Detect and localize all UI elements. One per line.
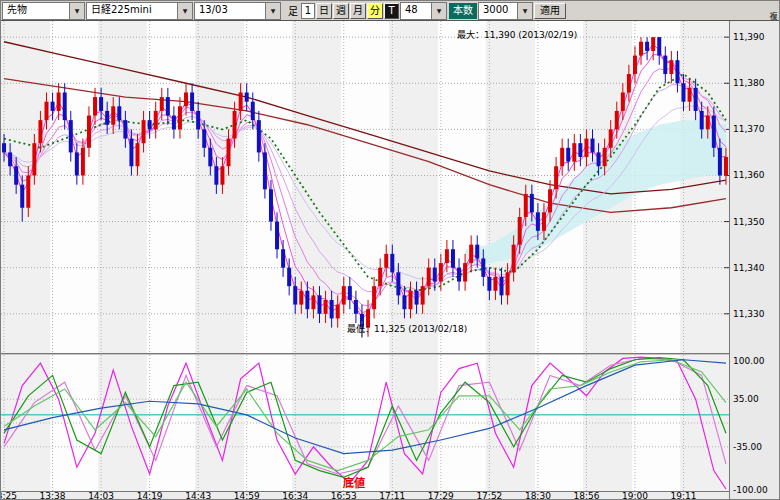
bars-count-label: 本数	[449, 3, 477, 19]
time-axis-label: 14:03	[84, 491, 118, 500]
price-axis-label: 11,390	[733, 32, 765, 42]
tick-interval-select[interactable]: 48 ▼	[400, 2, 447, 20]
bars-count-select[interactable]: 3000 ▼	[478, 2, 533, 20]
price-axis-label: 11,340	[733, 263, 765, 273]
contract-month-value: 13/03	[195, 3, 265, 19]
osc-axis-label: -35.00	[733, 442, 762, 452]
min-price-annotation: 最低：11,325 (2013/02/18)	[347, 322, 467, 335]
ashi-label: 足	[288, 3, 298, 18]
period-minute-button[interactable]: 分	[367, 3, 383, 19]
max-price-annotation: 最大：11,390 (2013/02/19)	[457, 28, 577, 41]
apply-button[interactable]: 適用	[534, 3, 566, 19]
oscillator-plot[interactable]	[1, 355, 729, 491]
time-axis-label: 16:34	[278, 491, 312, 500]
time-axis-label: 17:52	[472, 491, 506, 500]
time-axis-label: 14:43	[181, 491, 215, 500]
osc-axis-label: 100.00	[733, 356, 765, 366]
tick-interval-value: 48	[401, 3, 431, 19]
period-week-button[interactable]: 週	[333, 3, 349, 19]
time-axis-label: 13:25	[0, 491, 21, 500]
time-axis-label: 14:59	[230, 491, 264, 500]
time-axis-label: 17:29	[424, 491, 458, 500]
interval-number-box[interactable]: 1	[301, 3, 315, 19]
chart-area: 最大：11,390 (2013/02/19) 最低：11,325 (2013/0…	[1, 20, 779, 500]
chevron-down-icon[interactable]: ▼	[177, 3, 192, 19]
chevron-down-icon[interactable]: ▼	[265, 3, 280, 19]
chevron-down-icon[interactable]: ▼	[517, 3, 532, 19]
time-axis-label: 17:11	[375, 491, 409, 500]
osc-axis-label: -100.00	[733, 485, 768, 495]
time-axis-label: 19:11	[667, 491, 701, 500]
price-axis-strip	[729, 21, 779, 500]
chevron-down-icon[interactable]: ▼	[431, 3, 446, 19]
instrument-select[interactable]: 日経225mini ▼	[86, 2, 193, 20]
time-axis-label: 19:00	[618, 491, 652, 500]
instrument-type-select[interactable]: 先物 ▼	[2, 2, 85, 20]
price-chart-plot[interactable]	[1, 21, 729, 353]
period-month-button[interactable]: 月	[350, 3, 366, 19]
instrument-value: 日経225mini	[87, 3, 177, 19]
bars-count-value: 3000	[479, 3, 517, 19]
price-axis-label: 11,350	[733, 217, 765, 227]
price-axis-label: 11,360	[733, 170, 765, 180]
time-axis-label: 13:38	[36, 491, 70, 500]
toolbar: 先物 ▼ 日経225mini ▼ 13/03 ▼ 足 1 日 週 月 分 T 4…	[1, 1, 779, 20]
time-axis-label: 14:19	[133, 491, 167, 500]
period-day-button[interactable]: 日	[316, 3, 332, 19]
contract-month-select[interactable]: 13/03 ▼	[194, 2, 281, 20]
price-axis-label: 11,370	[733, 124, 765, 134]
tick-mode-button[interactable]: T	[384, 3, 399, 19]
chevron-down-icon[interactable]: ▼	[69, 3, 84, 19]
chart-application-window: 先物 ▼ 日経225mini ▼ 13/03 ▼ 足 1 日 週 月 分 T 4…	[0, 0, 780, 500]
price-axis-label: 11,380	[733, 78, 765, 88]
time-axis-label: 18:56	[569, 491, 603, 500]
time-axis-label: 16:53	[327, 491, 361, 500]
osc-axis-label: 35.00	[733, 394, 759, 404]
time-axis-label: 18:30	[521, 491, 555, 500]
price-axis-label: 11,330	[733, 309, 765, 319]
bottom-signal-label: 底値	[343, 474, 365, 490]
instrument-type-value: 先物	[3, 3, 69, 19]
